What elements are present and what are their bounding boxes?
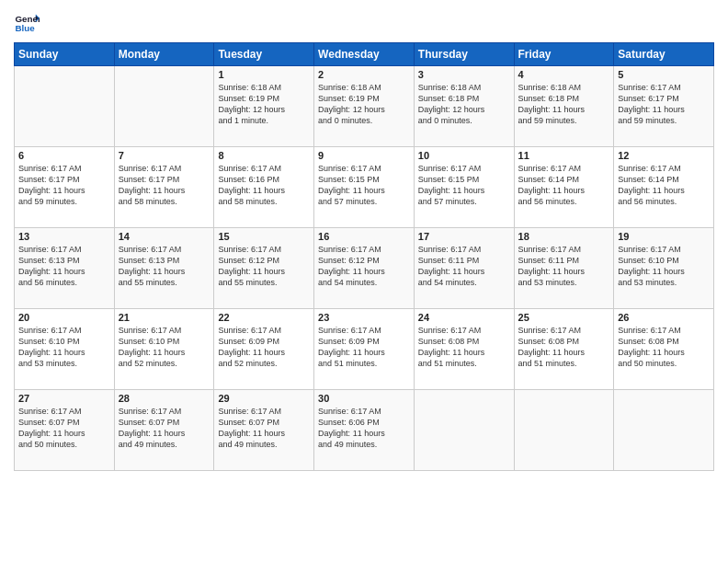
day-info: Sunrise: 6:17 AM Sunset: 6:12 PM Dayligh… [218, 244, 310, 289]
calendar-cell: 27Sunrise: 6:17 AM Sunset: 6:07 PM Dayli… [15, 390, 115, 471]
calendar-cell: 6Sunrise: 6:17 AM Sunset: 6:17 PM Daylig… [15, 147, 115, 228]
calendar-cell: 17Sunrise: 6:17 AM Sunset: 6:11 PM Dayli… [414, 228, 514, 309]
day-number: 18 [518, 231, 610, 242]
calendar-cell: 28Sunrise: 6:17 AM Sunset: 6:07 PM Dayli… [114, 390, 214, 471]
day-number: 23 [318, 312, 410, 323]
calendar-cell: 24Sunrise: 6:17 AM Sunset: 6:08 PM Dayli… [414, 309, 514, 390]
day-info: Sunrise: 6:17 AM Sunset: 6:10 PM Dayligh… [618, 244, 710, 289]
day-number: 13 [18, 231, 110, 242]
calendar-cell: 9Sunrise: 6:17 AM Sunset: 6:15 PM Daylig… [314, 147, 415, 228]
day-number: 30 [318, 393, 410, 404]
day-number: 27 [18, 393, 110, 404]
day-info: Sunrise: 6:17 AM Sunset: 6:14 PM Dayligh… [618, 163, 710, 208]
weekday-header-friday: Friday [514, 43, 614, 66]
day-info: Sunrise: 6:17 AM Sunset: 6:07 PM Dayligh… [119, 406, 210, 451]
calendar-cell: 18Sunrise: 6:17 AM Sunset: 6:11 PM Dayli… [514, 228, 614, 309]
day-number: 19 [618, 231, 710, 242]
calendar-cell: 14Sunrise: 6:17 AM Sunset: 6:13 PM Dayli… [114, 228, 214, 309]
weekday-header-wednesday: Wednesday [314, 43, 415, 66]
calendar-cell: 15Sunrise: 6:17 AM Sunset: 6:12 PM Dayli… [214, 228, 314, 309]
day-info: Sunrise: 6:17 AM Sunset: 6:08 PM Dayligh… [418, 325, 510, 370]
calendar-cell: 21Sunrise: 6:17 AM Sunset: 6:10 PM Dayli… [114, 309, 214, 390]
day-info: Sunrise: 6:17 AM Sunset: 6:12 PM Dayligh… [318, 244, 410, 289]
calendar-week-3: 13Sunrise: 6:17 AM Sunset: 6:13 PM Dayli… [15, 228, 714, 309]
day-info: Sunrise: 6:17 AM Sunset: 6:13 PM Dayligh… [18, 244, 110, 289]
day-info: Sunrise: 6:18 AM Sunset: 6:18 PM Dayligh… [418, 82, 510, 127]
calendar-cell: 11Sunrise: 6:17 AM Sunset: 6:14 PM Dayli… [514, 147, 614, 228]
day-info: Sunrise: 6:17 AM Sunset: 6:13 PM Dayligh… [119, 244, 210, 289]
day-number: 2 [318, 69, 410, 80]
day-info: Sunrise: 6:17 AM Sunset: 6:09 PM Dayligh… [218, 325, 310, 370]
day-number: 22 [218, 312, 310, 323]
day-number: 16 [318, 231, 410, 242]
calendar-cell: 2Sunrise: 6:18 AM Sunset: 6:19 PM Daylig… [314, 66, 415, 147]
day-number: 6 [18, 150, 110, 161]
calendar-cell: 23Sunrise: 6:17 AM Sunset: 6:09 PM Dayli… [314, 309, 415, 390]
day-number: 9 [318, 150, 410, 161]
day-number: 29 [218, 393, 310, 404]
day-info: Sunrise: 6:18 AM Sunset: 6:19 PM Dayligh… [318, 82, 410, 127]
day-number: 24 [418, 312, 510, 323]
day-number: 8 [218, 150, 310, 161]
logo-icon: General Blue [14, 9, 40, 35]
calendar-week-5: 27Sunrise: 6:17 AM Sunset: 6:07 PM Dayli… [15, 390, 714, 471]
calendar-cell: 10Sunrise: 6:17 AM Sunset: 6:15 PM Dayli… [414, 147, 514, 228]
calendar-cell: 7Sunrise: 6:17 AM Sunset: 6:17 PM Daylig… [114, 147, 214, 228]
weekday-header-tuesday: Tuesday [214, 43, 314, 66]
day-info: Sunrise: 6:17 AM Sunset: 6:16 PM Dayligh… [218, 163, 310, 208]
calendar-cell: 13Sunrise: 6:17 AM Sunset: 6:13 PM Dayli… [15, 228, 115, 309]
calendar-week-2: 6Sunrise: 6:17 AM Sunset: 6:17 PM Daylig… [15, 147, 714, 228]
svg-text:Blue: Blue [15, 23, 35, 33]
calendar-cell [114, 66, 214, 147]
day-number: 12 [618, 150, 710, 161]
page: General Blue SundayMondayTuesdayWednesda… [0, 0, 728, 563]
weekday-header-thursday: Thursday [414, 43, 514, 66]
calendar-cell [514, 390, 614, 471]
day-number: 11 [518, 150, 610, 161]
day-info: Sunrise: 6:17 AM Sunset: 6:17 PM Dayligh… [618, 82, 710, 127]
calendar-cell [414, 390, 514, 471]
day-info: Sunrise: 6:17 AM Sunset: 6:11 PM Dayligh… [418, 244, 510, 289]
day-number: 15 [218, 231, 310, 242]
day-info: Sunrise: 6:18 AM Sunset: 6:19 PM Dayligh… [218, 82, 310, 127]
day-number: 25 [518, 312, 610, 323]
calendar: SundayMondayTuesdayWednesdayThursdayFrid… [14, 42, 714, 471]
weekday-header-saturday: Saturday [614, 43, 714, 66]
day-info: Sunrise: 6:17 AM Sunset: 6:07 PM Dayligh… [218, 406, 310, 451]
calendar-cell: 1Sunrise: 6:18 AM Sunset: 6:19 PM Daylig… [214, 66, 314, 147]
day-info: Sunrise: 6:17 AM Sunset: 6:10 PM Dayligh… [18, 325, 110, 370]
day-number: 7 [119, 150, 210, 161]
calendar-cell: 29Sunrise: 6:17 AM Sunset: 6:07 PM Dayli… [214, 390, 314, 471]
calendar-cell: 30Sunrise: 6:17 AM Sunset: 6:06 PM Dayli… [314, 390, 415, 471]
day-number: 26 [618, 312, 710, 323]
day-number: 3 [418, 69, 510, 80]
day-number: 14 [119, 231, 210, 242]
calendar-week-4: 20Sunrise: 6:17 AM Sunset: 6:10 PM Dayli… [15, 309, 714, 390]
day-info: Sunrise: 6:17 AM Sunset: 6:17 PM Dayligh… [18, 163, 110, 208]
calendar-cell: 12Sunrise: 6:17 AM Sunset: 6:14 PM Dayli… [614, 147, 714, 228]
weekday-header-sunday: Sunday [15, 43, 115, 66]
header: General Blue [14, 9, 714, 35]
calendar-cell: 16Sunrise: 6:17 AM Sunset: 6:12 PM Dayli… [314, 228, 415, 309]
day-number: 21 [119, 312, 210, 323]
calendar-cell [614, 390, 714, 471]
day-info: Sunrise: 6:17 AM Sunset: 6:11 PM Dayligh… [518, 244, 610, 289]
calendar-cell: 22Sunrise: 6:17 AM Sunset: 6:09 PM Dayli… [214, 309, 314, 390]
day-info: Sunrise: 6:17 AM Sunset: 6:14 PM Dayligh… [518, 163, 610, 208]
day-number: 20 [18, 312, 110, 323]
day-number: 17 [418, 231, 510, 242]
calendar-cell: 19Sunrise: 6:17 AM Sunset: 6:10 PM Dayli… [614, 228, 714, 309]
day-info: Sunrise: 6:17 AM Sunset: 6:10 PM Dayligh… [119, 325, 210, 370]
day-info: Sunrise: 6:17 AM Sunset: 6:07 PM Dayligh… [18, 406, 110, 451]
calendar-cell: 26Sunrise: 6:17 AM Sunset: 6:08 PM Dayli… [614, 309, 714, 390]
calendar-cell: 4Sunrise: 6:18 AM Sunset: 6:18 PM Daylig… [514, 66, 614, 147]
day-number: 4 [518, 69, 610, 80]
calendar-header-row: SundayMondayTuesdayWednesdayThursdayFrid… [15, 43, 714, 66]
day-info: Sunrise: 6:17 AM Sunset: 6:15 PM Dayligh… [318, 163, 410, 208]
day-info: Sunrise: 6:17 AM Sunset: 6:09 PM Dayligh… [318, 325, 410, 370]
day-info: Sunrise: 6:17 AM Sunset: 6:08 PM Dayligh… [518, 325, 610, 370]
day-info: Sunrise: 6:17 AM Sunset: 6:06 PM Dayligh… [318, 406, 410, 451]
day-info: Sunrise: 6:17 AM Sunset: 6:17 PM Dayligh… [119, 163, 210, 208]
day-number: 1 [218, 69, 310, 80]
calendar-cell: 25Sunrise: 6:17 AM Sunset: 6:08 PM Dayli… [514, 309, 614, 390]
